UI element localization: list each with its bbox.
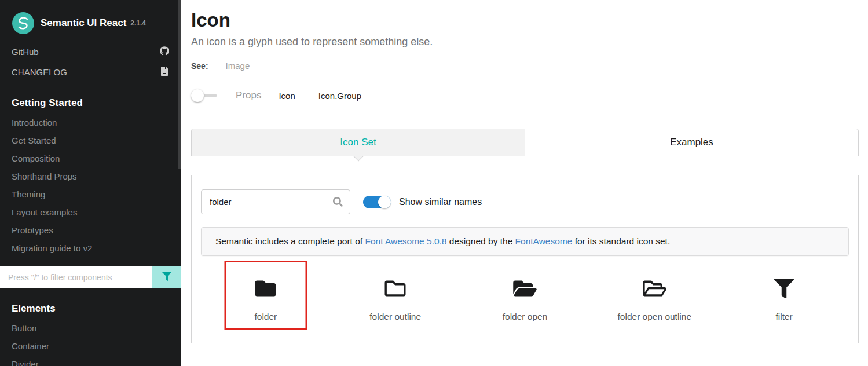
folder-icon xyxy=(254,291,277,301)
icon-result-folder-open-outline[interactable]: folder open outline xyxy=(589,261,719,343)
see-label: See: xyxy=(191,61,208,71)
app-title: Semantic UI React xyxy=(41,17,126,29)
icon-search-field xyxy=(201,189,350,214)
sidebar-item-prototypes[interactable]: Prototypes xyxy=(0,221,181,239)
message-text: for its standard icon set. xyxy=(572,236,670,246)
tab-menu: Icon Set Examples xyxy=(191,129,859,156)
props-row: Props Icon Icon.Group xyxy=(191,89,859,102)
sidebar-link-changelog[interactable]: CHANGELOG xyxy=(0,62,181,82)
sidebar-item-layout-examples[interactable]: Layout examples xyxy=(0,203,181,221)
icon-result-filter[interactable]: filter xyxy=(719,261,849,343)
folder-open-icon xyxy=(512,291,538,301)
folder-outline-icon xyxy=(383,291,407,301)
folder-open-outline-icon xyxy=(642,291,668,301)
sidebar-item-container[interactable]: Container xyxy=(0,337,181,355)
show-similar-names-label: Show similar names xyxy=(399,197,482,207)
page-title: Icon xyxy=(191,9,859,31)
file-icon xyxy=(160,67,169,78)
slider-knob xyxy=(191,89,204,102)
filter-icon xyxy=(774,291,794,301)
component-filter xyxy=(0,266,181,288)
icon-result-label: folder xyxy=(201,312,331,322)
github-link-label: GitHub xyxy=(12,47,39,57)
icon-result-label: folder open xyxy=(460,312,590,322)
props-link-icon-group[interactable]: Icon.Group xyxy=(318,91,361,101)
filter-button[interactable] xyxy=(152,266,181,288)
see-link-image[interactable]: Image xyxy=(226,61,250,71)
sidebar-item-button[interactable]: Button xyxy=(0,319,181,337)
icon-set-panel: Show similar names Semantic includes a c… xyxy=(191,175,859,343)
icon-result-folder[interactable]: folder xyxy=(201,261,331,343)
app-window: Semantic UI React 2.1.4 GitHub CHANGELOG… xyxy=(0,0,868,366)
semantic-ui-logo-icon xyxy=(12,12,35,35)
tab-examples[interactable]: Examples xyxy=(525,129,858,156)
component-filter-input[interactable] xyxy=(0,266,152,288)
font-awesome-message: Semantic includes a complete port of Fon… xyxy=(201,227,849,256)
icon-search-row: Show similar names xyxy=(201,189,849,214)
sidebar-item-migration-guide[interactable]: Migration guide to v2 xyxy=(0,239,181,257)
sidebar-item-introduction[interactable]: Introduction xyxy=(0,114,181,131)
icon-result-folder-open[interactable]: folder open xyxy=(460,261,590,343)
icon-result-folder-outline[interactable]: folder outline xyxy=(331,261,460,343)
icon-result-label: folder outline xyxy=(331,312,460,322)
icon-result-label: filter xyxy=(719,312,849,322)
props-link-icon[interactable]: Icon xyxy=(279,91,295,101)
font-awesome-version-link[interactable]: Font Awesome 5.0.8 xyxy=(365,236,446,246)
app-version: 2.1.4 xyxy=(130,19,146,27)
sidebar-item-shorthand-props[interactable]: Shorthand Props xyxy=(0,167,181,185)
sidebar: Semantic UI React 2.1.4 GitHub CHANGELOG… xyxy=(0,0,181,366)
sidebar-section-elements: Elements xyxy=(0,288,181,319)
filter-icon xyxy=(162,272,171,283)
sidebar-section-getting-started: Getting Started xyxy=(0,82,181,114)
sidebar-item-composition[interactable]: Composition xyxy=(0,149,181,167)
changelog-link-label: CHANGELOG xyxy=(12,67,67,77)
sidebar-link-github[interactable]: GitHub xyxy=(0,42,181,62)
icon-results-grid: folder folder outline folder open xyxy=(201,261,849,343)
message-text: Semantic includes a complete port of xyxy=(215,236,365,246)
icon-search-input[interactable] xyxy=(201,189,350,214)
main-content: Icon An icon is a glyph used to represen… xyxy=(181,0,868,366)
icon-result-label: folder open outline xyxy=(589,312,719,322)
see-also-row: See: Image xyxy=(191,61,859,71)
github-icon xyxy=(160,46,169,57)
message-text: designed by the xyxy=(447,236,515,246)
props-slider-toggle[interactable] xyxy=(191,89,217,102)
sidebar-item-theming[interactable]: Theming xyxy=(0,185,181,203)
page-subtitle: An icon is a glyph used to represent som… xyxy=(191,36,859,48)
show-similar-names-toggle[interactable] xyxy=(363,196,391,208)
sidebar-item-get-started[interactable]: Get Started xyxy=(0,131,181,149)
logo-row[interactable]: Semantic UI React 2.1.4 xyxy=(0,7,181,42)
props-toggle-label: Props xyxy=(236,90,261,101)
sidebar-item-divider[interactable]: Divider xyxy=(0,355,181,366)
toggle-knob xyxy=(378,196,391,208)
fontawesome-link[interactable]: FontAwesome xyxy=(515,236,573,246)
